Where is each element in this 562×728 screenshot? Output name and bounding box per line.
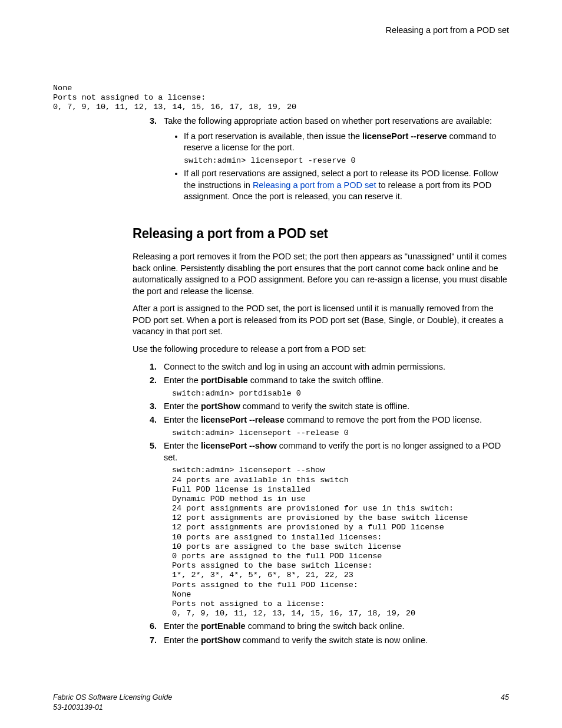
proc-step-2-cmd: portDisable [201, 375, 248, 385]
proc-step-4-pre: Enter the [164, 415, 201, 424]
proc-step-5-code: switch:admin> licenseport --show 24 port… [172, 466, 509, 618]
section-p3: Use the following procedure to release a… [133, 344, 509, 355]
proc-step-7: Enter the portShow command to verify the… [159, 635, 509, 647]
proc-step-7-post: command to verify the switch state is no… [240, 635, 428, 645]
proc-step-7-cmd: portShow [201, 635, 240, 645]
proc-step-2-post: command to take the switch offline. [248, 375, 384, 385]
proc-step-6: Enter the portEnable command to bring th… [159, 621, 509, 633]
proc-step-2-code: switch:admin> portdisable 0 [172, 389, 509, 398]
page-header-right: Releasing a port from a POD set [53, 25, 509, 37]
proc-step-4: Enter the licensePort --release command … [159, 414, 509, 438]
bullet-1-pre: If a port reservation is available, then… [184, 131, 362, 141]
footer-title: Fabric OS Software Licensing Guide [53, 693, 509, 703]
footer-docid: 53-1003139-01 [53, 703, 509, 713]
proc-step-3: Enter the portShow command to verify the… [159, 401, 509, 413]
proc-step-5-pre: Enter the [164, 441, 201, 450]
proc-step-5: Enter the licensePort --show command to … [159, 440, 509, 618]
bullet-2: If all port reservations are assigned, s… [184, 168, 509, 203]
section-p2: After a port is assigned to the POD set,… [133, 303, 509, 338]
section-p1: Releasing a port removes it from the POD… [133, 251, 509, 297]
page: Releasing a port from a POD set None Por… [0, 0, 562, 728]
step-3: Take the following appropriate action ba… [159, 116, 509, 203]
proc-step-7-pre: Enter the [164, 635, 201, 645]
continued-steps: Take the following appropriate action ba… [53, 116, 509, 203]
proc-step-2-pre: Enter the [164, 375, 201, 385]
proc-step-3-post: command to verify the switch state is of… [240, 401, 409, 411]
proc-step-4-cmd: licensePort --release [201, 415, 285, 424]
proc-step-3-pre: Enter the [164, 401, 201, 411]
proc-step-6-post: command to bring the switch back online. [246, 621, 405, 631]
proc-step-2: Enter the portDisable command to take th… [159, 375, 509, 398]
bullet-2-link[interactable]: Releasing a port from a POD set [253, 180, 376, 190]
footer-page-number: 45 [501, 693, 509, 703]
proc-step-5-cmd: licensePort --show [201, 441, 277, 450]
proc-step-4-code: switch:admin> licenseport --release 0 [172, 429, 509, 438]
step-3-bullets: If a port reservation is available, then… [164, 131, 509, 203]
bullet-1: If a port reservation is available, then… [184, 131, 509, 166]
bullet-1-cmd: licensePort --reserve [362, 131, 447, 141]
proc-step-6-cmd: portEnable [201, 621, 246, 631]
procedure-steps: Connect to the switch and log in using a… [53, 361, 509, 647]
step-3-text: Take the following appropriate action ba… [164, 116, 492, 126]
proc-step-3-cmd: portShow [201, 401, 240, 411]
proc-step-1: Connect to the switch and log in using a… [159, 361, 509, 373]
proc-step-4-post: command to remove the port from the POD … [285, 415, 482, 424]
proc-step-1-text: Connect to the switch and log in using a… [164, 362, 445, 371]
section-title: Releasing a port from a POD set [133, 224, 479, 243]
bullet-1-code: switch:admin> licenseport -reserve 0 [184, 156, 509, 166]
code-block-top: None Ports not assigned to a license: 0,… [53, 84, 509, 113]
proc-step-6-pre: Enter the [164, 621, 201, 631]
page-footer: 45 Fabric OS Software Licensing Guide 53… [53, 693, 509, 713]
